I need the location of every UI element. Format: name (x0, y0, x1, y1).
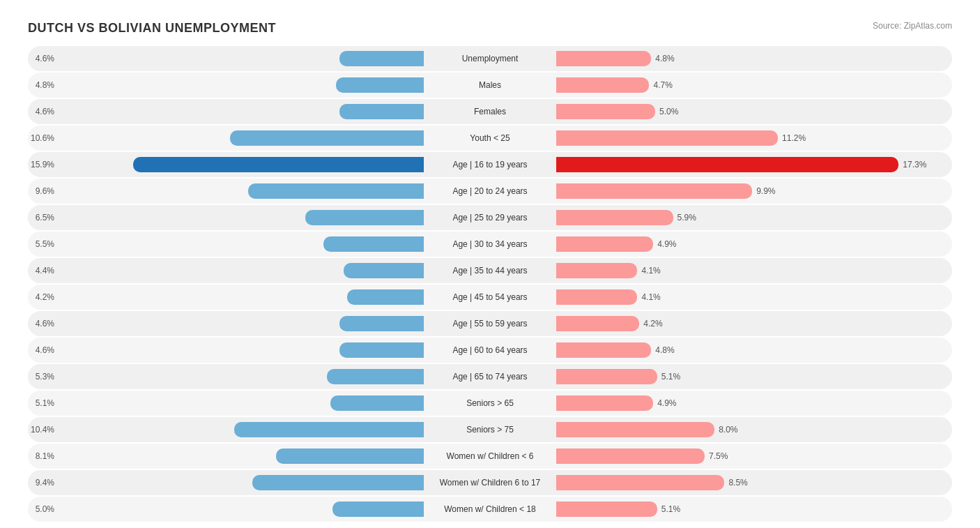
bar-blue (323, 236, 424, 252)
bar-blue (276, 448, 424, 464)
left-value: 10.6% (28, 133, 54, 143)
right-section: 4.7% (553, 77, 952, 93)
left-bar-wrapper (59, 130, 424, 146)
bar-label: Age | 16 to 19 years (427, 160, 553, 169)
right-section: 7.5% (553, 448, 952, 464)
right-section: 4.1% (553, 263, 952, 278)
left-section: 10.6% (28, 130, 427, 146)
right-value: 11.2% (782, 133, 809, 143)
bar-pink (556, 395, 653, 411)
bar-pink (556, 51, 651, 66)
left-bar-wrapper (59, 236, 424, 252)
bar-blue (330, 395, 424, 411)
bar-label: Age | 20 to 24 years (427, 186, 553, 196)
bar-label: Age | 45 to 54 years (427, 292, 553, 302)
bar-blue (339, 104, 424, 119)
left-bar-wrapper (59, 104, 424, 119)
bar-label: Women w/ Children < 18 (427, 504, 553, 514)
left-bar-wrapper (59, 77, 424, 93)
left-bar-wrapper (59, 342, 424, 358)
left-value: 5.0% (28, 504, 54, 514)
left-value: 9.6% (28, 186, 54, 196)
left-bar-wrapper (59, 210, 424, 225)
right-section: 5.1% (553, 369, 952, 384)
right-value: 8.5% (728, 478, 755, 488)
left-value: 5.1% (28, 398, 54, 408)
bar-row: 8.1% Women w/ Children < 6 7.5% (28, 444, 952, 469)
right-value: 4.1% (641, 292, 668, 302)
right-section: 4.8% (553, 342, 952, 358)
bar-pink (556, 130, 778, 146)
left-section: 5.3% (28, 369, 427, 384)
left-value: 8.1% (28, 451, 54, 461)
left-value: 9.4% (28, 478, 54, 488)
right-section: 5.0% (553, 104, 952, 119)
bar-label: Age | 30 to 34 years (427, 239, 553, 249)
bar-label: Age | 60 to 64 years (427, 345, 553, 355)
bar-blue (133, 157, 424, 172)
bar-row: 4.6% Unemployment 4.8% (28, 46, 952, 71)
bar-label: Seniors > 65 (427, 398, 553, 408)
left-section: 9.6% (28, 183, 427, 199)
left-bar-wrapper (59, 316, 424, 331)
left-value: 10.4% (28, 425, 54, 435)
left-bar-wrapper (59, 289, 424, 305)
bar-label: Age | 25 to 29 years (427, 213, 553, 222)
right-section: 4.9% (553, 236, 952, 252)
bar-pink (556, 475, 724, 490)
left-section: 9.4% (28, 475, 427, 490)
left-value: 6.5% (28, 213, 54, 222)
left-bar-wrapper (59, 369, 424, 384)
left-value: 4.6% (28, 319, 54, 329)
bar-row: 9.6% Age | 20 to 24 years 9.9% (28, 179, 952, 204)
bar-row: 4.6% Females 5.0% (28, 99, 952, 124)
left-bar-wrapper (59, 157, 424, 172)
left-value: 5.5% (28, 239, 54, 249)
left-value: 4.6% (28, 54, 54, 63)
chart-source: Source: ZipAtlas.com (873, 21, 952, 31)
left-bar-wrapper (59, 501, 424, 517)
left-section: 4.8% (28, 77, 427, 93)
bar-blue (332, 501, 424, 517)
bar-row: 9.4% Women w/ Children 6 to 17 8.5% (28, 470, 952, 495)
bar-pink (556, 157, 898, 172)
bar-blue (248, 183, 424, 199)
bar-row: 10.6% Youth < 25 11.2% (28, 126, 952, 151)
right-value: 7.5% (709, 451, 735, 461)
left-value: 4.6% (28, 107, 54, 116)
left-section: 15.9% (28, 157, 427, 172)
left-section: 5.5% (28, 236, 427, 252)
bar-pink (556, 210, 673, 225)
bar-pink (556, 104, 655, 119)
left-bar-wrapper (59, 475, 424, 490)
bar-pink (556, 77, 649, 93)
bar-pink (556, 501, 657, 517)
right-value: 5.9% (677, 213, 704, 222)
left-bar-wrapper (59, 263, 424, 278)
left-section: 6.5% (28, 210, 427, 225)
bar-row: 4.4% Age | 35 to 44 years 4.1% (28, 258, 952, 283)
bar-pink (556, 316, 639, 331)
bar-label: Age | 65 to 74 years (427, 372, 553, 382)
right-value: 5.1% (661, 372, 688, 382)
bar-pink (556, 236, 653, 252)
right-section: 4.9% (553, 395, 952, 411)
bar-blue (339, 51, 424, 66)
left-bar-wrapper (59, 183, 424, 199)
right-value: 4.1% (641, 266, 668, 276)
bar-blue (339, 316, 424, 331)
bar-row: 10.4% Seniors > 75 8.0% (28, 417, 952, 442)
bar-blue (347, 289, 424, 305)
bar-blue (339, 342, 424, 358)
right-section: 9.9% (553, 183, 952, 199)
bar-pink (556, 342, 651, 358)
right-section: 8.5% (553, 475, 952, 490)
right-value: 8.0% (719, 425, 745, 435)
bar-label: Males (427, 80, 553, 90)
bar-pink (556, 448, 705, 464)
bar-pink (556, 183, 752, 199)
right-value: 4.8% (655, 345, 682, 355)
bar-row: 6.5% Age | 25 to 29 years 5.9% (28, 205, 952, 230)
bar-blue (252, 475, 424, 490)
right-section: 4.8% (553, 51, 952, 66)
